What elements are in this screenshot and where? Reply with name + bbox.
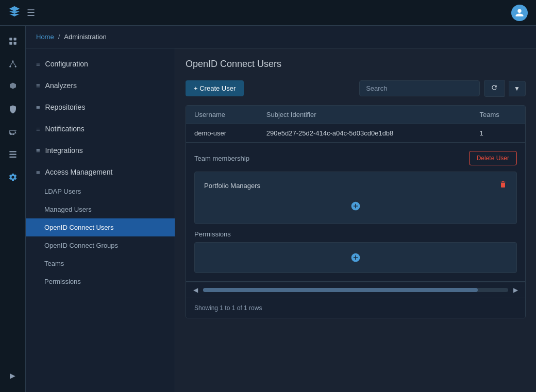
list-icon-analyzers: ≡ [36,82,40,90]
sidebar-section-label-integrations: Integrations [45,146,83,155]
permissions-label: Permissions [194,230,517,238]
sidebar-item-managed-users[interactable]: Managed Users [26,200,175,218]
sidebar-section-header-repositories[interactable]: ≡ Repositories [26,97,175,117]
add-team-button[interactable] [204,199,507,213]
svg-rect-12 [9,157,16,158]
expanded-details-cell: Team membership Delete User Portfolio Ma… [186,143,525,282]
sidebar-item-ldap-users[interactable]: LDAP Users [26,182,175,200]
sidebar-section-header-access-management[interactable]: ≡ Access Management [26,162,175,182]
app-logo [8,5,21,20]
col-username: Username [186,106,258,124]
create-user-button[interactable]: + Create User [186,80,244,96]
expand-sidebar-button[interactable]: ▶ [3,365,23,386]
team-membership-box: Portfolio Managers [194,172,517,224]
svg-rect-10 [9,151,16,152]
sidebar-item-openid-connect-groups[interactable]: OpenID Connect Groups [26,236,175,254]
svg-point-4 [12,60,13,62]
users-table: Username Subject Identifier Teams demo-u… [186,105,526,318]
sidebar-icon-components[interactable] [3,76,23,97]
svg-rect-2 [9,42,12,45]
svg-rect-3 [13,42,16,45]
table-body: demo-user 290e5d27-25d2-414c-a04c-5d03cd… [186,124,525,282]
svg-line-8 [13,62,15,66]
sidebar-section-label-analyzers: Analyzers [45,81,77,90]
cell-teams: 1 [472,124,525,143]
svg-rect-1 [13,38,16,40]
membership-item-name: Portfolio Managers [204,182,260,190]
sidebar-icon-dashboard[interactable] [3,31,23,52]
page-content: OpenID Connect Users + Create User ▼ [175,48,536,392]
sidebar-section-header-configuration[interactable]: ≡ Configuration [26,54,175,74]
list-icon-integrations: ≡ [36,147,40,155]
scroll-left-button[interactable]: ◀ [190,285,201,295]
pagination-text: Showing 1 to 1 of 1 rows [194,304,262,312]
delete-user-button[interactable]: Delete User [469,151,517,165]
scroll-track [203,288,508,292]
breadcrumb-home-link[interactable]: Home [36,33,54,41]
left-sidebar: ≡ Configuration ≡ Analyzers ≡ Repositori [26,48,175,392]
main-layout: ▶ Home / Administration ≡ Configuration [0,26,536,392]
cell-username: demo-user [186,124,258,143]
refresh-button[interactable] [484,80,505,97]
sidebar-icon-shield[interactable] [3,99,23,120]
breadcrumb-current: Administration [64,33,106,41]
svg-point-5 [9,66,11,67]
sidebar-section-integrations: ≡ Integrations [26,140,175,161]
toolbar: + Create User ▼ [186,80,526,97]
sidebar-section-label-configuration: Configuration [45,60,88,68]
breadcrumb-separator: / [58,33,60,41]
sidebar-item-teams[interactable]: Teams [26,254,175,272]
sidebar-section-notifications: ≡ Notifications [26,118,175,139]
list-icon-repositories: ≡ [36,104,40,111]
main-content: ≡ Configuration ≡ Analyzers ≡ Repositori [26,48,536,392]
svg-point-6 [14,66,16,67]
page-title: OpenID Connect Users [186,59,526,70]
membership-item-portfolio-managers: Portfolio Managers [200,177,511,194]
breadcrumb: Home / Administration [26,26,536,48]
sidebar-section-label-notifications: Notifications [45,125,85,133]
sidebar-icon-scale[interactable] [3,122,23,142]
add-team-row [200,196,511,216]
remove-team-button[interactable] [499,180,507,191]
team-membership-label: Team membership [194,155,249,162]
navbar-left: ☰ [8,5,35,20]
sidebar-section-analyzers: ≡ Analyzers [26,75,175,96]
sidebar-section-label-access-management: Access Management [45,168,113,176]
navbar: ☰ [0,0,536,26]
expanded-content: Team membership Delete User Portfolio Ma… [186,143,525,281]
sidebar-icon-settings[interactable] [3,167,23,188]
sidebar-icon-audit[interactable] [3,144,23,165]
permissions-box [194,242,517,273]
list-icon-configuration: ≡ [36,60,40,68]
list-icon-notifications: ≡ [36,125,40,133]
cell-subject-identifier: 290e5d27-25d2-414c-a04c-5d03cd0e1db8 [258,124,472,143]
refresh-dropdown-button[interactable]: ▼ [509,81,526,96]
sidebar-section-header-analyzers[interactable]: ≡ Analyzers [26,75,175,96]
search-input[interactable] [359,80,480,96]
scroll-right-button[interactable]: ▶ [510,285,521,295]
sidebar-section-repositories: ≡ Repositories [26,97,175,117]
sidebar-icon-graph[interactable] [3,54,23,74]
pagination-bar: Showing 1 to 1 of 1 rows [186,298,525,318]
svg-rect-0 [9,38,12,40]
table-header: Username Subject Identifier Teams [186,106,525,124]
add-permission-button[interactable] [348,250,363,265]
horizontal-scrollbar: ◀ ▶ [186,282,525,298]
sidebar-section-label-repositories: Repositories [45,103,86,111]
sidebar-section-header-notifications[interactable]: ≡ Notifications [26,118,175,139]
hamburger-menu[interactable]: ☰ [27,7,35,19]
expanded-row-header: Team membership Delete User [194,151,517,165]
sidebar-item-openid-connect-users[interactable]: OpenID Connect Users [26,218,175,236]
sidebar-expand-section: ▶ [3,365,23,392]
svg-rect-11 [9,154,16,155]
col-teams: Teams [472,106,525,124]
table-row[interactable]: demo-user 290e5d27-25d2-414c-a04c-5d03cd… [186,124,525,143]
sidebar-section-header-integrations[interactable]: ≡ Integrations [26,140,175,161]
user-avatar[interactable] [511,5,528,21]
col-subject-identifier: Subject Identifier [258,106,472,124]
sidebar-section-access-management: ≡ Access Management LDAP Users Managed U… [26,162,175,291]
sidebar-item-permissions[interactable]: Permissions [26,272,175,291]
scroll-thumb [203,288,478,292]
icon-sidebar: ▶ [0,26,26,392]
expanded-details-row: Team membership Delete User Portfolio Ma… [186,143,525,282]
